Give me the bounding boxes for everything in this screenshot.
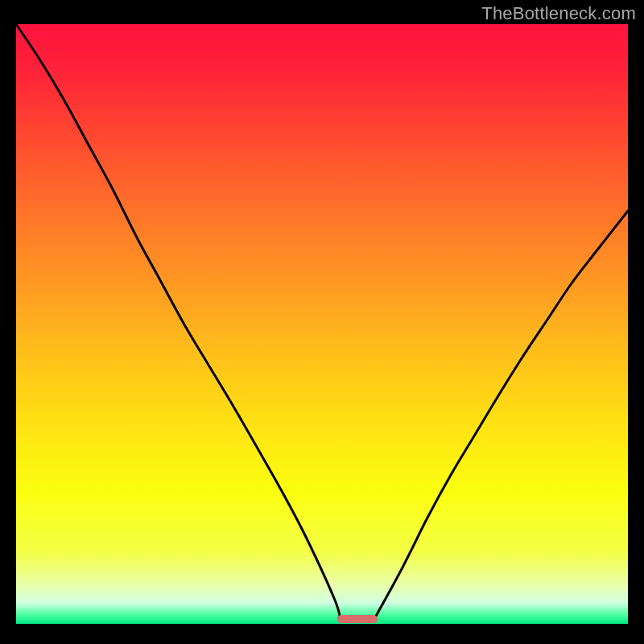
bottleneck-chart xyxy=(0,0,644,644)
plot-background xyxy=(16,24,628,624)
chart-container: TheBottleneck.com xyxy=(0,0,644,644)
minimum-marker xyxy=(337,615,378,623)
